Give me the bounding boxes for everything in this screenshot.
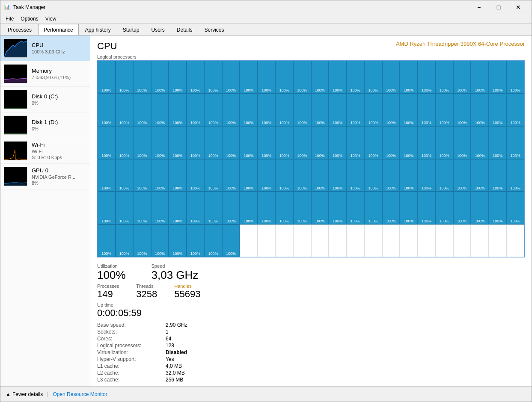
tab-app-history[interactable]: App history bbox=[80, 24, 116, 35]
speed-value: 3,03 GHz bbox=[152, 269, 199, 282]
cpu-cell: 100% bbox=[418, 159, 436, 192]
sidebar-item-wifi[interactable]: Wi-Fi Wi-Fi S: 0 R: 0 Kbps bbox=[0, 138, 90, 164]
gpu-sidebar-subtitle2: 8% bbox=[32, 180, 86, 186]
cpu-cell-empty bbox=[435, 225, 453, 257]
open-resource-monitor-link[interactable]: Open Resource Monitor bbox=[53, 391, 107, 397]
l3cache-label: L3 cache: bbox=[97, 377, 166, 383]
cpu-cell-label: 100% bbox=[155, 186, 165, 190]
window-title: Task Manager bbox=[13, 4, 469, 10]
cpu-cell-label: 100% bbox=[368, 219, 378, 223]
cpu-cell-label: 100% bbox=[351, 219, 360, 223]
cpu-cell-label: 100% bbox=[475, 121, 485, 125]
cpu-cell: 100% bbox=[382, 126, 400, 159]
menu-view[interactable]: View bbox=[42, 15, 60, 23]
cpu-cell: 100% bbox=[364, 159, 382, 192]
sidebar-item-disk1[interactable]: Disk 1 (D:) 0% bbox=[0, 112, 90, 138]
svg-rect-4 bbox=[4, 90, 27, 109]
cpu-cell-empty bbox=[347, 225, 365, 257]
cpu-cell-label: 100% bbox=[457, 121, 467, 125]
cpu-cell: 100% bbox=[275, 159, 293, 192]
cpu-cell: 100% bbox=[453, 192, 471, 225]
tab-users[interactable]: Users bbox=[146, 24, 170, 35]
cpu-cell-label: 100% bbox=[386, 219, 396, 223]
tab-services[interactable]: Services bbox=[199, 24, 230, 35]
cpu-cell: 100% bbox=[311, 192, 329, 225]
cpu-cell: 100% bbox=[275, 61, 293, 94]
cpu-cell: 100% bbox=[116, 61, 134, 94]
cpu-cell: 100% bbox=[435, 192, 453, 225]
cpu-cell: 100% bbox=[204, 61, 222, 94]
cpu-cell: 100% bbox=[240, 192, 258, 225]
cpu-cell: 100% bbox=[400, 61, 418, 94]
minimize-button[interactable]: − bbox=[469, 0, 489, 14]
cpu-cell-label: 100% bbox=[511, 121, 520, 125]
cpu-cell-label: 100% bbox=[493, 121, 502, 125]
cpu-cell: 100% bbox=[453, 126, 471, 159]
cpu-cell-empty bbox=[418, 225, 436, 257]
cpu-cell-label: 100% bbox=[333, 88, 342, 92]
tab-startup[interactable]: Startup bbox=[117, 24, 145, 35]
maximize-button[interactable]: □ bbox=[489, 0, 508, 14]
cpu-cell-label: 100% bbox=[172, 186, 182, 190]
uptime-value: 0:00:05:59 bbox=[97, 307, 525, 319]
cpu-cell-label: 100% bbox=[351, 154, 360, 158]
handles-group: Handles 55693 bbox=[174, 284, 200, 300]
cpu-cell-label: 100% bbox=[475, 219, 485, 223]
cpu-cell: 100% bbox=[471, 159, 489, 192]
cpu-processor-name: AMD Ryzen Threadripper 3990X 64-Core Pro… bbox=[396, 41, 525, 47]
cpu-cell: 100% bbox=[98, 126, 116, 159]
menu-options[interactable]: Options bbox=[17, 15, 42, 23]
speed-label: Speed bbox=[152, 263, 199, 269]
utilization-group: Utilization 100% bbox=[97, 263, 126, 282]
cpu-cell: 100% bbox=[169, 159, 187, 192]
cpu-cell-label: 100% bbox=[493, 154, 502, 158]
cpu-cell-label: 100% bbox=[422, 219, 431, 223]
cpu-sidebar-info: CPU 100% 3,03 GHz bbox=[32, 42, 86, 54]
sidebar-item-gpu[interactable]: GPU 0 NVIDIA GeForce R... 8% bbox=[0, 164, 90, 189]
tab-processes[interactable]: Processes bbox=[2, 24, 37, 35]
l2cache-label: L2 cache: bbox=[97, 370, 166, 376]
sidebar-item-disk0[interactable]: Disk 0 (C:) 0% bbox=[0, 87, 90, 112]
cpu-cell: 100% bbox=[293, 126, 311, 159]
cpu-cell: 100% bbox=[489, 192, 507, 225]
sidebar-item-cpu[interactable]: CPU 100% 3,03 GHz bbox=[0, 35, 90, 61]
cpu-cell-label: 100% bbox=[101, 121, 111, 125]
wifi-sidebar-info: Wi-Fi Wi-Fi S: 0 R: 0 Kbps bbox=[32, 142, 86, 160]
cpu-cell: 100% bbox=[151, 61, 169, 94]
tab-details[interactable]: Details bbox=[171, 24, 198, 35]
base-speed-value: 2,90 GHz bbox=[166, 322, 525, 328]
tab-performance[interactable]: Performance bbox=[38, 24, 79, 35]
cpu-cell: 100% bbox=[400, 94, 418, 127]
cpu-cell: 100% bbox=[382, 94, 400, 127]
svg-rect-6 bbox=[4, 142, 27, 160]
uptime-group: Up time 0:00:05:59 bbox=[90, 302, 532, 320]
cpu-cell: 100% bbox=[418, 192, 436, 225]
cpu-cell-label: 100% bbox=[404, 154, 413, 158]
sidebar-item-memory[interactable]: Memory 7,0/63,9 GB (11%) bbox=[0, 61, 90, 87]
fewer-details-label: Fewer details bbox=[12, 391, 43, 397]
cpu-cell: 100% bbox=[506, 94, 524, 127]
cpu-cell-empty bbox=[240, 225, 258, 257]
footer-separator: | bbox=[47, 391, 48, 397]
main-panel: CPU AMD Ryzen Threadripper 3990X 64-Core… bbox=[90, 35, 532, 386]
cpu-cell-label: 100% bbox=[137, 251, 147, 256]
window-controls: − □ ✕ bbox=[469, 0, 528, 14]
cpu-cell-label: 100% bbox=[297, 154, 307, 158]
wifi-thumbnail bbox=[4, 141, 27, 160]
cpu-cell-label: 100% bbox=[208, 121, 218, 125]
cpu-cell-label: 100% bbox=[368, 121, 378, 125]
cpu-cell: 100% bbox=[116, 126, 134, 159]
fewer-details-button[interactable]: ▲ Fewer details bbox=[6, 391, 43, 397]
cpu-cell: 100% bbox=[98, 225, 116, 257]
cpu-cell: 100% bbox=[311, 126, 329, 159]
menu-file[interactable]: File bbox=[2, 15, 17, 23]
cpu-cell: 100% bbox=[151, 94, 169, 127]
cpu-thumb-chart bbox=[4, 39, 27, 57]
cpu-cell: 100% bbox=[311, 94, 329, 127]
cpu-cell-label: 100% bbox=[351, 88, 360, 92]
close-button[interactable]: ✕ bbox=[508, 0, 528, 14]
cpu-cell-label: 100% bbox=[404, 88, 413, 92]
cpu-cell: 100% bbox=[204, 126, 222, 159]
cpu-cell: 100% bbox=[293, 159, 311, 192]
cpu-cell-label: 100% bbox=[315, 121, 325, 125]
